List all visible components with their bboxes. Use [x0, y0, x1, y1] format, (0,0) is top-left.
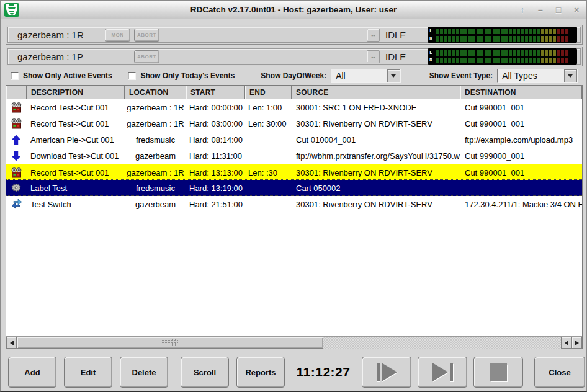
cell-location: gazerbeam : 1R [125, 118, 186, 128]
cell-start: Hard: 08:14:00 [186, 135, 245, 145]
horizontal-scrollbar[interactable] [6, 336, 582, 349]
add-button[interactable]: Add [8, 357, 56, 388]
cell-location: fredsmusic [125, 183, 186, 193]
stop-button[interactable] [473, 357, 523, 388]
deck-meter: LR [428, 27, 577, 43]
cell-source: ftp://wbhm.prxtransfer.org/SaysYouH/3175… [292, 151, 460, 161]
filter-bar: Show Only Active Events Show Only Today'… [1, 68, 587, 84]
table-row[interactable]: American Pie->Cut 001 fredsmusic Hard: 0… [6, 131, 582, 148]
cell-description: Record Test->Cut 001 [27, 118, 125, 128]
delete-button[interactable]: Delete [120, 357, 168, 388]
chevron-down-icon[interactable] [564, 69, 577, 82]
shade-window-icon[interactable]: ↑ [518, 5, 527, 15]
cell-description: American Pie->Cut 001 [27, 135, 125, 145]
skip-next-icon [432, 363, 453, 381]
cell-source: Cart 050002 [292, 183, 460, 193]
cell-destination: 172.30.4.211/1: Mackie 3/4 ON FRE [460, 199, 582, 209]
cell-start: Hard: 13:19:00 [186, 183, 245, 193]
column-header-description[interactable]: DESCRIPTION [27, 86, 125, 99]
cell-source: 30301: Rivenberry ON RDVIRT-SERV [292, 199, 460, 209]
titlebar: RDCatch v2.17.0int01 - Host: gazerbeam, … [1, 1, 586, 19]
cell-description: Record Test->Cut 001 [27, 167, 125, 177]
column-header-icon[interactable] [6, 86, 27, 99]
deck-1r-status: IDLE [385, 30, 428, 40]
scroll-left-icon[interactable] [6, 337, 17, 349]
event-list: DESCRIPTION LOCATION START END SOURCE DE… [6, 85, 583, 349]
cell-location: gazerbeam : 1R [125, 102, 186, 112]
record-deck-panel: gazerbeam : 1R MON ABORT -- IDLE LR [6, 25, 583, 45]
abort-button[interactable]: ABORT [134, 29, 159, 42]
show-today-checkbox[interactable] [128, 72, 136, 80]
button-bar: Add Edit Delete Scroll Reports 11:12:27 … [1, 353, 587, 391]
column-header-start[interactable]: START [186, 86, 245, 99]
day-of-week-value: All [331, 69, 387, 82]
cell-description: Record Test->Cut 001 [27, 102, 125, 112]
record-icon [11, 118, 22, 129]
macro-icon [11, 183, 22, 194]
cell-destination: Cut 990001_001 [460, 118, 582, 128]
record-icon [11, 102, 22, 113]
deck-1p-label: gazerbeam : 1P [17, 51, 105, 62]
upload-icon [11, 135, 22, 145]
close-button[interactable]: Close [534, 357, 585, 388]
scroll-left-icon[interactable] [561, 337, 571, 349]
monitor-button[interactable]: MON [105, 29, 130, 42]
cell-source: 30001: SRC 1 ON FRED-XNODE [292, 102, 460, 112]
table-row[interactable]: Record Test->Cut 001 gazerbeam : 1R Hard… [6, 164, 582, 180]
cell-destination: Cut 990001_001 [460, 102, 582, 112]
show-active-label: Show Only Active Events [23, 71, 112, 80]
close-window-icon[interactable]: × [571, 5, 581, 15]
cell-start: Hard: 00:00:00 [186, 102, 245, 112]
event-list-body: Record Test->Cut 001 gazerbeam : 1R Hard… [6, 99, 582, 337]
column-header-destination[interactable]: DESTINATION [460, 86, 582, 99]
scroll-right-icon[interactable] [571, 337, 582, 349]
minimize-window-icon[interactable]: – [535, 5, 545, 15]
chevron-down-icon[interactable] [387, 69, 400, 82]
show-active-checkbox[interactable] [11, 72, 19, 80]
column-header-location[interactable]: LOCATION [125, 86, 186, 99]
cell-end [245, 188, 292, 189]
deck-1r-label: gazerbeam : 1R [17, 30, 105, 40]
download-icon [11, 151, 22, 161]
cell-description: Label Test [27, 183, 125, 193]
column-header-end[interactable]: END [245, 86, 292, 99]
play-icon [377, 363, 397, 381]
event-type-label: Show Event Type: [429, 71, 493, 80]
reports-button[interactable]: Reports [236, 357, 285, 388]
cell-destination: Cut 990001_001 [460, 167, 582, 177]
table-row[interactable]: Record Test->Cut 001 gazerbeam : 1R Hard… [6, 99, 582, 115]
event-list-header: DESCRIPTION LOCATION START END SOURCE DE… [6, 86, 582, 99]
cell-source: 30301: Rivenberry ON RDVIRT-SERV [292, 167, 460, 177]
dump-button[interactable]: -- [367, 29, 380, 42]
cell-start: Hard: 03:00:00 [186, 118, 245, 128]
column-header-source[interactable]: SOURCE [292, 86, 460, 99]
cell-end [245, 140, 292, 140]
edit-button[interactable]: Edit [64, 357, 112, 388]
event-type-select[interactable]: All Types [497, 69, 578, 83]
cell-end: Len: 1:00 [245, 102, 292, 112]
cell-location: gazerbeam [125, 151, 186, 161]
maximize-window-icon[interactable]: □ [553, 5, 563, 15]
cell-end [245, 204, 292, 205]
cell-end: Len: :30 [245, 167, 292, 177]
table-row[interactable]: Label Test fredsmusic Hard: 13:19:00 Car… [6, 180, 582, 196]
cell-description: Test Switch [27, 199, 125, 209]
day-of-week-label: Show DayOfWeek: [261, 71, 326, 80]
cell-start: Hard: 13:13:00 [186, 167, 245, 177]
record-icon [11, 167, 22, 178]
cell-source: Cut 010004_001 [292, 135, 460, 145]
dump-button[interactable]: -- [367, 50, 380, 63]
cell-start: Hard: 11:31:00 [186, 151, 245, 161]
play-button[interactable] [362, 357, 411, 388]
deck-meter: LR [428, 48, 577, 65]
play-next-button[interactable] [418, 357, 467, 388]
cell-destination: Cut 999000_001 [460, 151, 582, 161]
abort-button[interactable]: ABORT [134, 50, 159, 63]
table-row[interactable]: Download Test->Cut 001 gazerbeam Hard: 1… [6, 148, 582, 164]
cell-location: fredsmusic [125, 135, 186, 145]
day-of-week-select[interactable]: All [331, 69, 401, 83]
table-row[interactable]: Test Switch gazerbeam Hard: 21:51:00 303… [6, 196, 582, 212]
scroll-button[interactable]: Scroll [181, 357, 229, 388]
table-row[interactable]: Record Test->Cut 001 gazerbeam : 1R Hard… [6, 115, 582, 131]
scrollbar-thumb[interactable] [17, 337, 323, 349]
